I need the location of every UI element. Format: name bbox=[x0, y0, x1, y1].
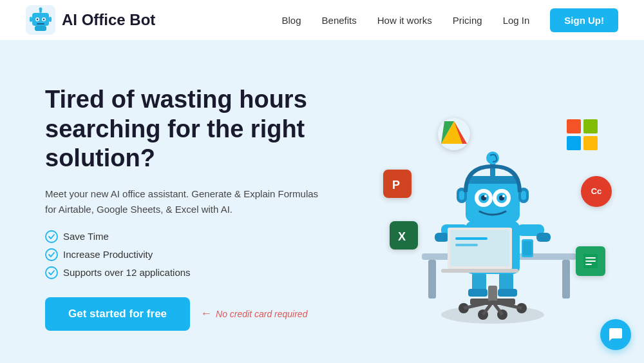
feature-item-2: Increase Productivity bbox=[45, 248, 367, 261]
svg-rect-9 bbox=[30, 17, 32, 22]
feature-item-1: Save Time bbox=[45, 230, 367, 243]
google-drive-icon bbox=[438, 118, 470, 150]
windows-icon bbox=[565, 118, 599, 152]
svg-point-4 bbox=[37, 19, 39, 21]
check-icon-2 bbox=[45, 248, 58, 261]
nav-pricing[interactable]: Pricing bbox=[453, 15, 482, 26]
svg-rect-25 bbox=[583, 136, 598, 150]
signup-button[interactable]: Sign Up! bbox=[550, 8, 618, 32]
brand-name: AI Office Bot bbox=[62, 11, 155, 29]
svg-rect-79 bbox=[459, 191, 464, 200]
powerpoint-icon: P bbox=[383, 170, 412, 198]
nav-benefits[interactable]: Benefits bbox=[322, 15, 357, 26]
svg-rect-8 bbox=[37, 23, 44, 25]
svg-rect-23 bbox=[583, 119, 598, 133]
svg-point-7 bbox=[39, 8, 43, 11]
svg-rect-80 bbox=[521, 191, 526, 200]
hero-title: Tired of wasting hours searching for the… bbox=[45, 85, 367, 173]
no-credit-card-notice: ← No credit card required bbox=[200, 307, 307, 320]
check-icon-1 bbox=[45, 230, 58, 243]
svg-rect-58 bbox=[536, 233, 551, 242]
nav-blog[interactable]: Blog bbox=[282, 15, 301, 26]
svg-rect-62 bbox=[455, 244, 478, 246]
svg-point-13 bbox=[46, 249, 57, 260]
svg-point-5 bbox=[43, 19, 45, 21]
svg-rect-29 bbox=[585, 264, 592, 265]
check-icon-3 bbox=[45, 266, 58, 279]
svg-rect-61 bbox=[455, 237, 488, 240]
adobe-cc-icon: Cc bbox=[581, 176, 612, 207]
svg-rect-42 bbox=[428, 260, 436, 299]
robot-container: P X bbox=[370, 86, 615, 331]
svg-point-12 bbox=[46, 231, 57, 242]
excel-icon: X bbox=[390, 221, 418, 250]
chat-button[interactable] bbox=[600, 319, 631, 350]
svg-rect-65 bbox=[523, 241, 532, 255]
feature-item-3: Supports over 12 applications bbox=[45, 266, 367, 279]
arrow-left-icon: ← bbox=[200, 307, 212, 320]
svg-rect-11 bbox=[35, 26, 46, 31]
brand-logo-link[interactable]: AI Office Bot bbox=[26, 5, 155, 35]
svg-rect-24 bbox=[567, 136, 581, 150]
get-started-button[interactable]: Get started for free bbox=[45, 297, 190, 331]
svg-rect-46 bbox=[468, 289, 488, 297]
hero-illustration: P X bbox=[367, 66, 618, 350]
svg-rect-27 bbox=[585, 257, 596, 259]
svg-rect-68 bbox=[466, 180, 520, 184]
hero-section: Tired of wasting hours searching for the… bbox=[0, 40, 644, 363]
svg-text:X: X bbox=[398, 230, 406, 243]
svg-rect-63 bbox=[441, 269, 518, 273]
svg-text:P: P bbox=[392, 179, 400, 191]
chat-icon bbox=[608, 327, 623, 342]
feature-label-1: Save Time bbox=[63, 231, 109, 242]
nav-links: Blog Benefits How it works Pricing Log I… bbox=[282, 8, 618, 32]
hero-cta-area: Get started for free ← No credit card re… bbox=[45, 297, 367, 331]
no-credit-card-text: No credit card required bbox=[216, 309, 307, 319]
svg-rect-60 bbox=[450, 230, 509, 266]
feature-label-2: Increase Productivity bbox=[63, 249, 153, 260]
nav-how-it-works[interactable]: How it works bbox=[377, 15, 432, 26]
feature-label-3: Supports over 12 applications bbox=[63, 267, 191, 278]
nav-login[interactable]: Log In bbox=[503, 15, 530, 26]
svg-rect-22 bbox=[567, 119, 581, 133]
svg-rect-47 bbox=[498, 289, 517, 297]
svg-rect-28 bbox=[585, 260, 596, 262]
svg-rect-43 bbox=[562, 260, 570, 299]
svg-point-14 bbox=[46, 267, 57, 279]
navbar: AI Office Bot Blog Benefits How it works… bbox=[0, 0, 644, 40]
hero-content: Tired of wasting hours searching for the… bbox=[45, 85, 367, 331]
svg-rect-10 bbox=[49, 17, 52, 22]
hero-features-list: Save Time Increase Productivity Supports… bbox=[45, 230, 367, 279]
hero-subtitle: Meet your new AI office assistant. Gener… bbox=[45, 186, 322, 217]
brand-logo-icon bbox=[26, 5, 55, 35]
svg-rect-56 bbox=[435, 233, 449, 242]
svg-point-76 bbox=[502, 195, 505, 197]
google-sheets-icon bbox=[576, 246, 605, 276]
svg-rect-32 bbox=[488, 286, 497, 302]
svg-point-75 bbox=[484, 195, 487, 197]
svg-point-30 bbox=[441, 306, 544, 324]
